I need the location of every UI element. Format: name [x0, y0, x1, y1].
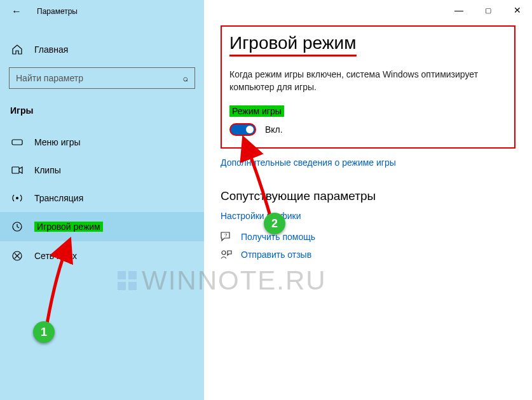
- gamemode-icon: [11, 221, 23, 232]
- gamebar-icon: [11, 138, 23, 147]
- sidebar-item-xbox-network[interactable]: Сеть Xbox: [0, 241, 204, 270]
- toggle-label: Режим игры: [229, 105, 284, 117]
- svg-point-6: [222, 251, 226, 255]
- sidebar-item-label: Трансляция: [34, 193, 83, 203]
- get-help-link[interactable]: Получить помощь: [241, 232, 315, 242]
- related-heading: Сопутствующие параметры: [221, 189, 515, 203]
- search-icon: ⌕: [183, 73, 188, 83]
- feedback-link[interactable]: Отправить отзыв: [241, 250, 311, 260]
- sidebar-item-game-menu[interactable]: Меню игры: [0, 128, 204, 156]
- page-title: Игровой режим: [229, 33, 357, 57]
- broadcast-icon: [11, 193, 23, 203]
- home-icon: [11, 44, 23, 55]
- sidebar-item-broadcast[interactable]: Трансляция: [0, 184, 204, 212]
- search-input[interactable]: [16, 73, 183, 83]
- sidebar-item-label: Сеть Xbox: [34, 251, 77, 261]
- svg-rect-1: [12, 167, 19, 173]
- xbox-icon: [11, 250, 23, 262]
- sidebar-item-label: Игровой режим: [34, 222, 103, 232]
- help-icon: ?: [221, 231, 232, 243]
- toggle-state: Вкл.: [265, 124, 283, 135]
- window-title: Параметры: [37, 7, 78, 16]
- svg-rect-0: [12, 140, 22, 145]
- nav-home-label: Главная: [34, 44, 68, 55]
- nav-home[interactable]: Главная: [0, 38, 204, 61]
- highlight-box: Игровой режим Когда режим игры включен, …: [221, 25, 515, 149]
- svg-point-2: [16, 197, 18, 199]
- graphics-settings-link[interactable]: Настройки графики: [221, 211, 515, 221]
- back-button[interactable]: ←: [11, 6, 22, 17]
- svg-text:?: ?: [224, 232, 228, 238]
- more-info-link[interactable]: Дополнительные сведения о режиме игры: [221, 157, 515, 168]
- section-title: Игры: [0, 91, 204, 119]
- clips-icon: [11, 166, 23, 175]
- page-description: Когда режим игры включен, система Window…: [229, 68, 496, 94]
- sidebar-item-label: Клипы: [34, 165, 61, 175]
- game-mode-toggle[interactable]: [229, 123, 256, 136]
- search-box[interactable]: ⌕: [9, 67, 195, 89]
- sidebar-item-label: Меню игры: [34, 137, 81, 147]
- feedback-icon: [221, 249, 232, 260]
- sidebar-item-game-mode[interactable]: Игровой режим: [0, 212, 204, 241]
- sidebar-item-clips[interactable]: Клипы: [0, 156, 204, 184]
